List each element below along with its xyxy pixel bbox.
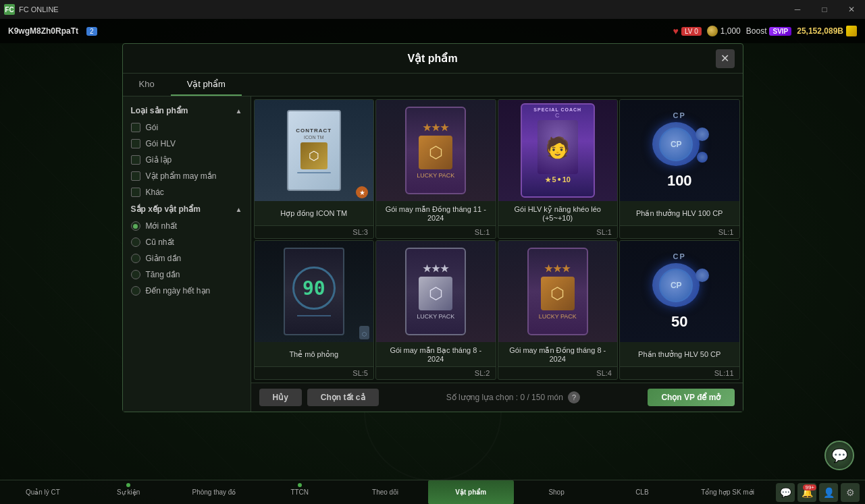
modal-body: Loại sản phẩm ▲ Gói Gói HLV Giả lập: [123, 96, 743, 412]
nav-quanlyct-label: Quản lý CT: [26, 488, 60, 496]
item-phan-thuong-100cp[interactable]: CP CP 100 Phần: [619, 99, 740, 239]
chat-icon-glyph: 💬: [780, 487, 791, 498]
settings-icon-glyph: ⚙: [846, 487, 855, 498]
nav-ttcn[interactable]: TTCN: [257, 480, 342, 504]
cp100-visual: CP CP 100: [652, 111, 706, 190]
radio-denngayhetan[interactable]: [131, 286, 140, 296]
radio-giamdain[interactable]: [131, 254, 140, 263]
tab-vatpham[interactable]: Vật phẩm: [171, 74, 242, 96]
item-name-5: Thẻ mô phỏng: [284, 342, 344, 366]
selection-text: Số lượng lựa chọn : 0 / 150 món: [446, 393, 563, 402]
checkbox-gialap[interactable]: [131, 155, 140, 165]
checkbox-goi[interactable]: [131, 123, 140, 132]
app-icon: FC: [4, 4, 15, 15]
item-image-6: ★★★ ⬡ LUCKY PACK: [376, 241, 496, 342]
sort-giamdain-label: Giảm dần: [146, 254, 182, 263]
loai-label: Loại sản phẩm: [131, 106, 188, 115]
filter-khac[interactable]: Khác: [123, 184, 251, 200]
open-vp-button[interactable]: Chọn VP để mở: [648, 389, 734, 406]
items-grid: CONTRACT ICON TM ⬡ ★ Hợp đồng: [251, 96, 743, 383]
nav-sukien[interactable]: Sự kiện: [86, 480, 172, 504]
nav-sukien-label: Sự kiện: [117, 488, 140, 496]
modal-footer: Hủy Chọn tất cả Số lượng lựa chọn : 0 / …: [251, 383, 743, 412]
item-goimaymanDong8[interactable]: ★★★ ⬡ LUCKY PACK Gói may mắn Đồng tháng …: [498, 240, 619, 380]
filter-goihlv-label: Gói HLV: [146, 139, 176, 148]
sort-denngayhetan[interactable]: Đến ngày hết hạn: [123, 283, 251, 299]
sort-giamdain[interactable]: Giảm dần: [123, 250, 251, 267]
notification-icon[interactable]: 🔔 99+: [797, 483, 816, 502]
silver-pack-visual: ★★★ ⬡ LUCKY PACK: [405, 248, 466, 335]
sort-cunhat[interactable]: Cũ nhất: [123, 234, 251, 250]
filter-goi-label: Gói: [146, 123, 159, 132]
bronze-pack2-visual: ★★★ ⬡ LUCKY PACK: [527, 248, 588, 335]
nav-quanlyct[interactable]: Quản lý CT: [0, 480, 86, 504]
gold-stat: 25,152,089B: [797, 26, 857, 36]
item-image-8: CP CP 50: [620, 241, 739, 342]
item-image-7: ★★★ ⬡ LUCKY PACK: [498, 241, 618, 342]
bottom-nav-icons: 💬 🔔 99+ 👤 ⚙: [770, 483, 865, 502]
item-qty-2: SL:1: [376, 225, 496, 238]
nav-theodoi[interactable]: Theo dõi: [342, 480, 428, 504]
filter-vatphammayman-label: Vật phẩm may mắn: [146, 171, 217, 181]
nav-phongthaydо[interactable]: Phòng thay đồ: [172, 480, 257, 504]
help-button[interactable]: ?: [568, 391, 580, 403]
radio-tangdan[interactable]: [131, 270, 140, 279]
modal-tabs: Kho Vật phẩm: [123, 74, 743, 96]
sukien-dot: [126, 483, 130, 487]
settings-icon[interactable]: ⚙: [841, 483, 860, 502]
lv-badge: LV 0: [681, 27, 702, 36]
chat-bubble[interactable]: 💬: [824, 441, 854, 470]
radio-cunhat[interactable]: [131, 237, 140, 247]
sort-moinhap[interactable]: Mới nhất: [123, 218, 251, 234]
filter-vatphammayman[interactable]: Vật phẩm may mắn: [123, 168, 251, 184]
filter-goi[interactable]: Gói: [123, 119, 251, 136]
loai-section-header: Loại sản phẩm ▲: [123, 102, 251, 119]
sort-tangdan[interactable]: Tăng dần: [123, 267, 251, 283]
nav-ttcn-label: TTCN: [290, 488, 309, 496]
tab-kho[interactable]: Kho: [123, 74, 171, 96]
nav-tonghopskmoi[interactable]: Tổng hợp SK mới: [685, 480, 770, 504]
bottom-nav: Quản lý CT Sự kiện Phòng thay đồ TTCN Th…: [0, 480, 865, 504]
maximize-button[interactable]: □: [811, 0, 838, 19]
item-qty-1: SL:3: [255, 225, 374, 238]
chat-nav-icon[interactable]: 💬: [776, 483, 795, 502]
nav-shop[interactable]: Shop: [514, 480, 600, 504]
nav-clb[interactable]: CLB: [599, 480, 685, 504]
cancel-button[interactable]: Hủy: [259, 389, 302, 406]
nav-vatpham[interactable]: Vật phẩm: [428, 480, 514, 504]
boost-label: Boost: [746, 26, 767, 36]
select-all-button[interactable]: Chọn tất cả: [307, 389, 379, 406]
item-qty-6: SL:2: [376, 366, 496, 379]
checkbox-goihlv[interactable]: [131, 139, 140, 148]
item-the-mo-phong[interactable]: 90 ⬡ Thẻ mô phỏng SL:5: [254, 240, 375, 380]
radio-moinhap[interactable]: [131, 221, 140, 231]
user-badge: 2: [86, 27, 97, 36]
item-qty-3: SL:1: [498, 225, 618, 238]
item-hopdong-icon-tm[interactable]: CONTRACT ICON TM ⬡ ★ Hợp đồng: [254, 99, 375, 239]
filter-gialap[interactable]: Giả lập: [123, 152, 251, 168]
item-phan-thuong-50cp[interactable]: CP CP 50 Phần thưởng HLV 50 CP: [619, 240, 740, 380]
titlebar-close-button[interactable]: ✕: [838, 0, 865, 19]
minimize-button[interactable]: ─: [784, 0, 811, 19]
cp50-visual: CP CP 50: [652, 252, 706, 331]
simulate-card-visual: 90: [284, 248, 344, 335]
nav-shop-label: Shop: [548, 488, 564, 496]
sidebar: Loại sản phẩm ▲ Gói Gói HLV Giả lập: [123, 96, 251, 412]
sort-tangdan-label: Tăng dần: [146, 270, 180, 279]
app-title: FC ONLINE: [19, 5, 59, 13]
item-name-4: Phần thưởng HLV 100 CP: [631, 201, 728, 225]
item-image-5: 90 ⬡: [255, 241, 374, 342]
filter-goihlv[interactable]: Gói HLV: [123, 136, 251, 152]
profile-icon[interactable]: 👤: [819, 483, 838, 502]
item-image-3: SPECIAL COACH C 🧑 ★ 5 • 10: [498, 100, 618, 201]
item-goimaymanBac8[interactable]: ★★★ ⬡ LUCKY PACK Gói may mắn Bạc tháng 8…: [375, 240, 496, 380]
checkbox-khac[interactable]: [131, 188, 140, 197]
item-goi-hlv-kynang[interactable]: SPECIAL COACH C 🧑 ★ 5 • 10: [498, 99, 619, 239]
titlebar: FC FC ONLINE ─ □ ✕: [0, 0, 865, 19]
item-image-4: CP CP 100: [620, 100, 739, 201]
item-name-8: Phần thưởng HLV 50 CP: [633, 342, 726, 366]
item-goimaymanDong11[interactable]: ★★★ ⬡ LUCKY PACK Gói may mắn Đồng tháng …: [375, 99, 496, 239]
checkbox-vatphammayman[interactable]: [131, 171, 140, 181]
modal-close-button[interactable]: ✕: [716, 49, 735, 68]
boost-stat: Boost SVIP: [746, 26, 791, 36]
